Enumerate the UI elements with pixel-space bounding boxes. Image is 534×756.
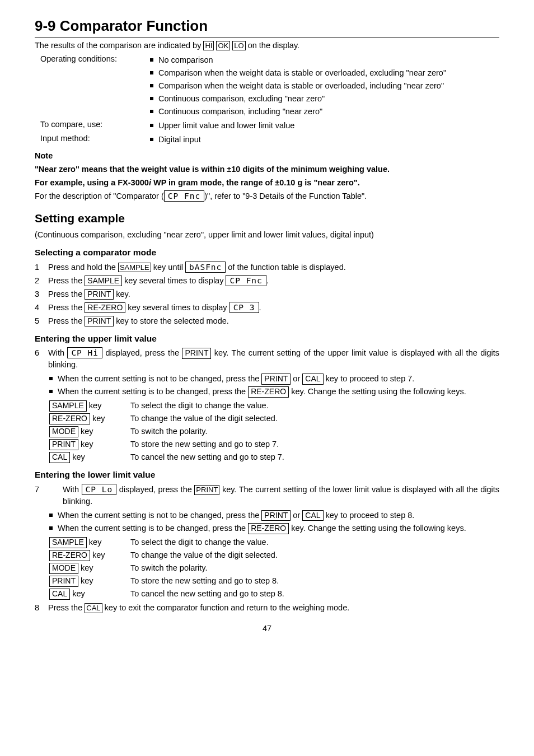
note-line1: "Near zero" means that the weight value … [35, 164, 499, 175]
cal-key: CAL [302, 510, 323, 521]
upper-limit-title: Entering the upper limit value [35, 333, 499, 345]
key-row: SAMPLE keyTo select the digit to change … [49, 536, 499, 548]
intro-text-a: The results of the comparison are indica… [35, 41, 203, 50]
to-compare-label: To compare, use: [40, 119, 147, 133]
rezero-key: RE-ZERO [248, 523, 289, 534]
key-desc: To switch the polarity. [130, 426, 208, 437]
mode-key: MODE [49, 563, 78, 574]
print-key: PRINT [194, 485, 219, 495]
key-row: RE-ZERO keyTo change the value of the di… [49, 549, 499, 561]
key-desc: To switch the polarity. [130, 562, 208, 574]
cal-key: CAL [302, 374, 323, 385]
lower-limit-title: Entering the lower limit value [35, 469, 499, 481]
seg-display: CP Fnc [226, 275, 266, 286]
bullet-icon [150, 138, 153, 141]
page-number: 47 [35, 623, 499, 634]
seg-display: CP Lo [82, 484, 117, 495]
cond-text: Continuous comparison, including "near z… [158, 106, 322, 118]
print-key: PRINT [261, 374, 291, 385]
substep: When the current setting is to be change… [49, 386, 499, 398]
bullet-icon [49, 526, 53, 530]
key-row: CAL keyTo cancel the new setting and go … [49, 588, 499, 600]
note-line3: For the description of "Comparator (CP F… [35, 190, 499, 202]
sample-key: SAMPLE [118, 263, 151, 273]
step-7: 7 With CP Lo displayed, press the PRINT … [35, 484, 499, 507]
setting-example-sub: (Continuous comparison, excluding "near … [35, 229, 499, 241]
cond-item: No comparison [150, 54, 499, 66]
cond-text: No comparison [158, 54, 213, 66]
seg-display: CP 3 [229, 302, 259, 313]
key-desc: To select the digit to change the value. [130, 536, 269, 548]
key-desc: To store the new setting and go to step … [130, 575, 279, 587]
key-desc: To select the digit to change the value. [130, 400, 269, 412]
seg-display: bASFnc [185, 262, 226, 273]
print-key: PRINT [85, 316, 114, 327]
rezero-key: RE-ZERO [49, 413, 90, 424]
key-desc: To cancel the new setting and go to step… [130, 451, 284, 463]
bullet-icon [150, 124, 153, 127]
bullet-icon [49, 390, 53, 393]
seg-display: CP Hi [67, 347, 102, 358]
sample-key: SAMPLE [49, 400, 87, 412]
rezero-key: RE-ZERO [49, 550, 90, 561]
intro-line: The results of the comparison are indica… [35, 40, 499, 52]
cal-key: CAL [85, 603, 102, 613]
cal-key: CAL [49, 589, 70, 600]
key-desc: To change the value of the digit selecte… [130, 413, 278, 424]
page-title: 9-9 Comparator Function [35, 16, 499, 38]
selecting-mode-title: Selecting a comparator mode [35, 246, 499, 259]
bullet-icon [150, 84, 153, 87]
bullet-icon [150, 71, 153, 74]
step-2: 2 Press the SAMPLE key several times to … [35, 275, 499, 287]
step-3: 3 Press the PRINT key. [35, 288, 499, 300]
key-desc: To cancel the new setting and go to step… [130, 588, 284, 600]
rezero-key: RE-ZERO [248, 386, 289, 398]
sample-key: SAMPLE [49, 537, 87, 548]
cond-text: Continuous comparison, excluding "near z… [158, 93, 325, 105]
indicator-lo: LO [232, 41, 245, 51]
bullet-icon [49, 377, 53, 380]
key-row: SAMPLE keyTo select the digit to change … [49, 400, 499, 412]
print-key: PRINT [49, 576, 78, 587]
cond-text: Comparison when the weight data is stabl… [158, 80, 444, 92]
key-row: MODE keyTo switch the polarity. [49, 426, 499, 437]
input-method-label: Input method: [40, 133, 147, 147]
bullet-icon [49, 514, 53, 517]
key-row: PRINT keyTo store the new setting and go… [49, 438, 499, 450]
step-5: 5 Press the PRINT key to store the selec… [35, 315, 499, 327]
mode-key: MODE [49, 426, 78, 437]
cond-item: Comparison when the weight data is stabl… [150, 80, 499, 92]
rezero-key: RE-ZERO [85, 302, 125, 314]
input-item: Digital input [150, 134, 499, 146]
step-4: 4 Press the RE-ZERO key several times to… [35, 302, 499, 314]
key-desc: To store the new setting and go to step … [130, 438, 279, 450]
key-row: CAL keyTo cancel the new setting and go … [49, 451, 499, 463]
substep: When the current setting is to be change… [49, 522, 499, 534]
setting-example-title: Setting example [35, 210, 499, 227]
operating-conditions-label: Operating conditions: [40, 53, 147, 119]
key-row: RE-ZERO keyTo change the value of the di… [49, 413, 499, 424]
substep: When the current setting is not to be ch… [49, 373, 499, 385]
input-text: Digital input [158, 134, 201, 146]
key-row: PRINT keyTo store the new setting and go… [49, 575, 499, 587]
bullet-icon [150, 97, 153, 100]
step-6: 6 With CP Hi displayed, press the PRINT … [35, 347, 499, 371]
step-1: 1 Press and hold the SAMPLE key until bA… [35, 262, 499, 273]
key-desc: To change the value of the digit selecte… [130, 549, 278, 561]
substep: When the current setting is not to be ch… [49, 510, 499, 521]
seg-display: CP Fnc [164, 190, 204, 202]
cal-key: CAL [49, 452, 70, 463]
print-key: PRINT [49, 439, 78, 450]
print-key: PRINT [261, 510, 291, 521]
intro-text-b: on the display. [248, 41, 299, 50]
key-row: MODE keyTo switch the polarity. [49, 562, 499, 574]
step-8: 8 Press the CAL key to exit the comparat… [35, 602, 499, 614]
cond-text: Comparison when the weight data is stabl… [158, 67, 446, 79]
note-heading: Note [35, 150, 499, 162]
print-key: PRINT [182, 348, 211, 359]
cond-item: Continuous comparison, including "near z… [150, 106, 499, 118]
cond-item: Comparison when the weight data is stabl… [150, 67, 499, 79]
compare-text: Upper limit value and lower limit value [158, 120, 294, 132]
sample-key: SAMPLE [85, 276, 122, 287]
bullet-icon [150, 58, 153, 62]
